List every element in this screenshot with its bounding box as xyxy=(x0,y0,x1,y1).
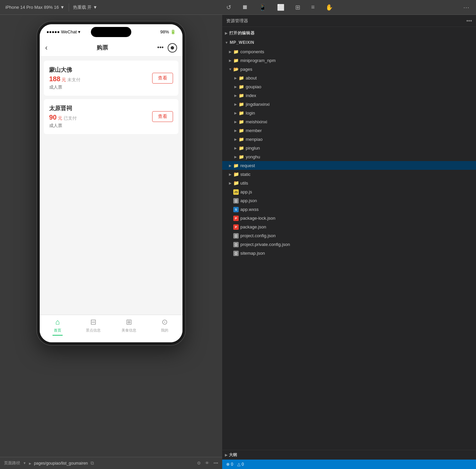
outline-header[interactable]: ▶ 大纲 xyxy=(222,450,476,460)
layout-icon[interactable]: ⊞ xyxy=(294,2,302,12)
toolbar-more-icon[interactable]: ⋯ xyxy=(462,2,471,12)
tab-scenic[interactable]: ⊟ 景点信息 xyxy=(75,318,111,333)
toolbar-right: ⋯ xyxy=(462,2,471,12)
tree-item-utils[interactable]: ▶ 📁 utils xyxy=(222,179,476,187)
folder-request-arrow-icon: ▶ xyxy=(228,164,233,167)
nav-dots-button[interactable]: ••• xyxy=(157,44,164,51)
folder-icon: 📁 xyxy=(233,58,239,63)
tree-item-package-json[interactable]: P package.json xyxy=(222,222,476,231)
folder-icon: 📁 xyxy=(239,111,244,116)
tree-item-app-json-label: app.json xyxy=(240,198,476,203)
project-arrow-icon: ▼ xyxy=(225,41,229,44)
tab-food-icon: ⊞ xyxy=(126,318,132,326)
tab-home[interactable]: ⌂ 首页 xyxy=(40,318,75,336)
tree-item-member-label: member xyxy=(246,128,476,133)
ticket-price-0: 188 xyxy=(49,75,60,83)
ticket-name-0: 蒙山大佛 xyxy=(49,66,80,74)
tree-item-app-wxss[interactable]: S app.wxss xyxy=(222,205,476,214)
outline-arrow-icon: ▶ xyxy=(225,453,228,457)
tree-item-request[interactable]: ▶ 📁 request xyxy=(222,161,476,170)
stop-icon[interactable]: ⏹ xyxy=(241,2,249,12)
folder-meishixinxi-arrow-icon: ▶ xyxy=(233,120,238,124)
folder-arrow-icon: ▶ xyxy=(228,59,233,62)
tree-item-app-json[interactable]: {} app.json xyxy=(222,196,476,205)
tree-item-index[interactable]: ▶ 📁 index xyxy=(222,91,476,100)
file-action-more-icon[interactable]: ••• xyxy=(466,18,472,24)
gesture-icon[interactable]: ✋ xyxy=(324,2,334,12)
tree-item-package-json-label: package.json xyxy=(240,224,476,229)
folder-icon: 📁 xyxy=(239,128,244,133)
nav-record-button[interactable] xyxy=(168,43,177,53)
tab-mine-icon: ⊙ xyxy=(162,318,168,326)
ticket-price-1: 90 xyxy=(49,114,57,121)
project-header[interactable]: ▼ MP_WEIXIN xyxy=(222,38,476,47)
tree-item-pinglun[interactable]: ▶ 📁 pinglun xyxy=(222,144,476,152)
tree-item-components-label: components xyxy=(240,49,476,54)
tree-item-app-js[interactable]: JS app.js xyxy=(222,187,476,196)
tree-item-yonghu[interactable]: ▶ 📁 yonghu xyxy=(222,152,476,161)
tree-item-static[interactable]: ▶ 📁 static xyxy=(222,170,476,179)
menu-icon[interactable]: ≡ xyxy=(310,2,316,12)
wechat-nav: ‹ 购票 ••• xyxy=(40,39,182,57)
device-chevron-icon: ▼ xyxy=(60,5,65,10)
folder-yellow-icon: 📁 xyxy=(233,171,239,177)
tab-scenic-icon: ⊟ xyxy=(90,318,96,326)
tree-item-package-lock-json[interactable]: P package-lock.json xyxy=(222,214,476,222)
hotreload-toggle[interactable]: 热重载 开 ▼ xyxy=(73,4,98,10)
wifi-icon: ▾ xyxy=(78,29,80,34)
tree-item-index-label: index xyxy=(246,93,476,98)
tree-item-member[interactable]: ▶ 📁 member xyxy=(222,126,476,135)
folder-icon: 📁 xyxy=(239,102,244,107)
ticket-view-btn-0[interactable]: 查看 xyxy=(152,73,173,84)
ticket-list: 蒙山大佛 188 元 未支付 成人票 查看 太原晋祠 xyxy=(40,57,182,315)
tree-item-goupiao[interactable]: ▶ 📁 goupiao xyxy=(222,82,476,91)
tree-item-pages-label: pages xyxy=(240,67,476,72)
outline-section: ▶ 大纲 xyxy=(222,450,476,460)
record-dot-icon xyxy=(171,46,174,50)
json-file-icon: {} xyxy=(233,242,239,247)
tree-item-login[interactable]: ▶ 📁 login xyxy=(222,108,476,117)
screen-icon[interactable]: ⬜ xyxy=(276,2,286,12)
opened-editors-header[interactable]: ▶ 打开的编辑器 xyxy=(222,28,476,38)
tree-item-sitemap-json[interactable]: {} sitemap.json xyxy=(222,249,476,257)
json-file-icon: {} xyxy=(233,198,239,204)
ticket-info-0: 蒙山大佛 188 元 未支付 成人票 xyxy=(49,66,80,90)
tree-item-miniprogram-npm[interactable]: ▶ 📁 miniprogram_npm xyxy=(222,56,476,65)
warning-count: △ 0 xyxy=(237,462,244,467)
tree-item-about[interactable]: ▶ 📁 about xyxy=(222,73,476,82)
path-settings-icon[interactable]: ⚙ xyxy=(197,461,201,466)
tree-item-menpiao[interactable]: ▶ 📁 menpiao xyxy=(222,135,476,144)
phone-icon[interactable]: 📱 xyxy=(258,2,268,12)
tree-item-project-private-config-json[interactable]: {} project.private.config.json xyxy=(222,240,476,249)
ticket-currency-0: 元 xyxy=(62,77,66,83)
tree-item-jingdianxinxi[interactable]: ▶ 📁 jingdianxinxi xyxy=(222,100,476,108)
tree-item-components[interactable]: ▶ 📁 components xyxy=(222,47,476,56)
folder-pinglun-arrow-icon: ▶ xyxy=(233,146,238,150)
warning-icon: △ xyxy=(237,462,240,467)
path-more-icon[interactable]: ••• xyxy=(213,461,218,466)
path-view-icon[interactable]: 👁 xyxy=(205,461,209,466)
ticket-type-0: 成人票 xyxy=(49,84,80,90)
ticket-view-btn-1[interactable]: 查看 xyxy=(152,111,173,122)
file-explorer-title: 资源管理器 xyxy=(226,18,248,24)
path-separator-icon: ▸ xyxy=(29,461,31,466)
tree-item-project-config-json[interactable]: {} project.config.json xyxy=(222,231,476,240)
tab-mine[interactable]: ⊙ 我的 xyxy=(147,318,182,333)
device-selector[interactable]: iPhone 14 Pro Max 89% 16 ▼ xyxy=(5,5,65,10)
tab-bar: ⌂ 首页 ⊟ 景点信息 ⊞ 美食信息 ⊙ 我的 xyxy=(40,315,182,342)
back-button[interactable]: ‹ xyxy=(45,43,47,52)
battery-display: 89% 16 xyxy=(44,5,59,10)
folder-icon: 📁 xyxy=(239,137,244,142)
phone-status-bar: ●●●●● WeChat ▾ 98% 🔋 xyxy=(40,24,182,39)
tab-food[interactable]: ⊞ 美食信息 xyxy=(111,318,147,333)
path-copy-icon[interactable]: ⧉ xyxy=(91,460,94,466)
tree-item-miniprogram-npm-label: miniprogram_npm xyxy=(240,58,476,63)
folder-menpiao-arrow-icon: ▶ xyxy=(233,137,238,141)
opened-editors-arrow-icon: ▶ xyxy=(225,31,228,35)
status-signal: ●●●●● WeChat ▾ xyxy=(46,29,80,34)
refresh-icon[interactable]: ↺ xyxy=(225,2,233,12)
battery-percent: 98% xyxy=(160,29,169,34)
tree-item-project-private-config-json-label: project.private.config.json xyxy=(240,242,476,247)
tree-item-meishixinxi[interactable]: ▶ 📁 meishixinxi xyxy=(222,117,476,126)
tree-item-pages[interactable]: ▼ 📂 pages xyxy=(222,65,476,73)
